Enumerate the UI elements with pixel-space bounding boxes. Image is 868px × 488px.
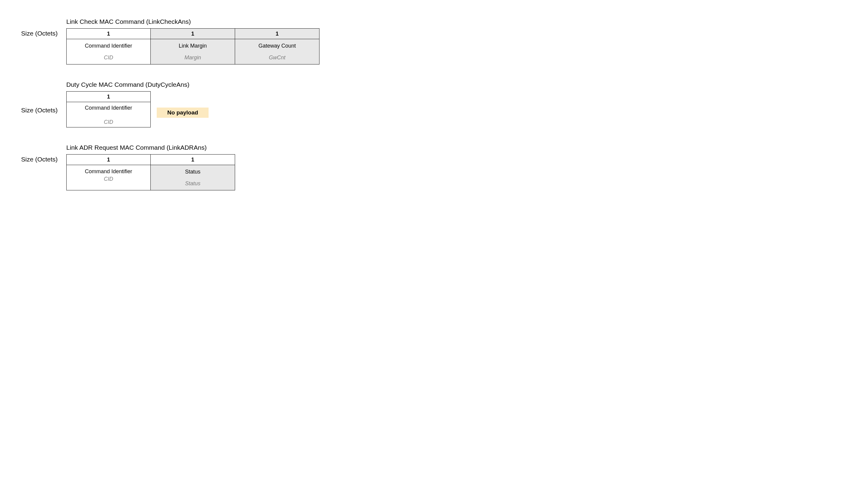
header-row: 1 1 1 [66, 28, 319, 39]
duty-cycle-table-row: Size (Octets) 1 Command Identifier CID N… [21, 91, 413, 127]
field-name: Command Identifier [85, 105, 132, 111]
header-cell: 1 [66, 91, 151, 102]
field-row: Command Identifier CID Link Margin Margi… [66, 39, 319, 64]
header-row: 1 1 [66, 154, 235, 165]
header-cell: 1 [66, 28, 151, 39]
field-alias: CID [104, 119, 113, 125]
link-check-table-row: Size (Octets) 1 1 1 Command Identifier C… [21, 28, 413, 64]
link-adr-title: Link ADR Request MAC Command (LinkADRAns… [66, 144, 413, 151]
header-cell: 1 [151, 154, 235, 165]
field-cell-cid: Command Identifier CID [66, 165, 151, 190]
field-name: Gateway Count [258, 43, 296, 49]
size-label: Size (Octets) [21, 105, 66, 114]
no-payload-badge: No payload [157, 107, 209, 118]
field-row: Command Identifier CID Status Status [66, 165, 235, 190]
field-row: Command Identifier CID [66, 102, 151, 127]
size-label: Size (Octets) [21, 28, 66, 37]
size-label: Size (Octets) [21, 154, 66, 163]
link-check-table: 1 1 1 Command Identifier CID Link Margin… [66, 28, 319, 64]
field-alias: CID [104, 176, 113, 182]
link-check-title: Link Check MAC Command (LinkCheckAns) [66, 18, 413, 25]
duty-cycle-section: Duty Cycle MAC Command (DutyCycleAns) Si… [21, 81, 413, 127]
header-cell: 1 [66, 154, 151, 165]
header-row: 1 [66, 91, 151, 102]
field-cell-cid: Command Identifier CID [66, 102, 151, 127]
field-alias: GwCnt [269, 55, 285, 61]
field-cell-margin: Link Margin Margin [151, 39, 235, 64]
duty-cycle-title: Duty Cycle MAC Command (DutyCycleAns) [66, 81, 413, 88]
duty-cycle-table: 1 Command Identifier CID [66, 91, 151, 127]
field-alias: Status [185, 181, 200, 187]
field-alias: Margin [184, 55, 201, 61]
link-adr-table: 1 1 Command Identifier CID Status Status [66, 154, 235, 190]
field-cell-gwcnt: Gateway Count GwCnt [235, 39, 319, 64]
header-cell: 1 [235, 28, 319, 39]
link-check-section: Link Check MAC Command (LinkCheckAns) Si… [21, 18, 413, 64]
field-name: Command Identifier [85, 168, 132, 175]
field-name: Link Margin [179, 43, 207, 49]
link-adr-section: Link ADR Request MAC Command (LinkADRAns… [21, 144, 413, 190]
header-cell: 1 [151, 28, 235, 39]
field-cell-status: Status Status [151, 165, 235, 190]
field-name: Command Identifier [85, 43, 132, 49]
field-name: Status [185, 169, 200, 175]
link-adr-table-row: Size (Octets) 1 1 Command Identifier CID… [21, 154, 413, 190]
field-alias: CID [104, 55, 113, 61]
field-cell-cid: Command Identifier CID [66, 39, 151, 64]
